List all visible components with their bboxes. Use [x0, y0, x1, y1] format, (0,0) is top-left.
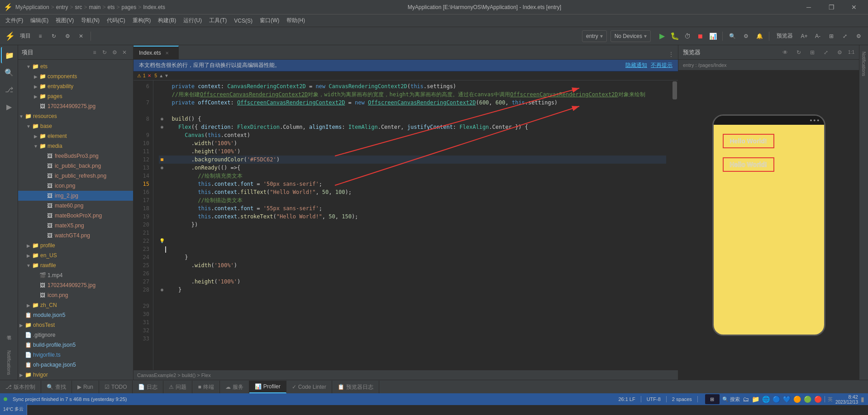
- tree-item-buildprofile[interactable]: ▶ 📋 build-profile.json5: [18, 340, 133, 350]
- up-arrow[interactable]: ▲: [159, 73, 163, 78]
- settings-button[interactable]: ⚙: [62, 30, 73, 42]
- tree-item-pages[interactable]: ▶ 📁 pages: [18, 91, 133, 101]
- show-desktop-button[interactable]: ▮: [861, 396, 864, 403]
- search-everywhere-button[interactable]: 🔍: [726, 30, 738, 42]
- taskbar-icon-6[interactable]: 🟠: [793, 396, 801, 403]
- tree-item-resources[interactable]: ▼ 📁 resources: [18, 111, 133, 121]
- collapse-all-button[interactable]: ≡: [34, 30, 46, 42]
- menu-window[interactable]: 窗口(W): [256, 15, 283, 26]
- taskbar-icon-8[interactable]: 🔴: [814, 396, 822, 403]
- taskbar-icon-4[interactable]: 🔵: [773, 396, 780, 403]
- bottom-tab-todo[interactable]: ☑ TODO: [99, 381, 133, 393]
- taskbar-icon-3[interactable]: 🌐: [762, 396, 770, 403]
- close-button[interactable]: ✕: [844, 0, 864, 14]
- weather-widget[interactable]: 14°C 多云: [0, 403, 27, 415]
- down-arrow[interactable]: ▼: [164, 73, 169, 78]
- sidebar-icon-vcs[interactable]: ⎇: [1, 81, 17, 98]
- status-position[interactable]: 26:1 LF: [616, 396, 637, 403]
- preview-settings-button[interactable]: ⚙: [835, 47, 844, 57]
- bottom-tab-profiler[interactable]: 📊 Profiler: [249, 381, 286, 393]
- menu-code[interactable]: 代码(C): [103, 15, 129, 26]
- preview-refresh-button[interactable]: ↻: [794, 47, 804, 57]
- tree-item-media[interactable]: ▼ 📁 media: [18, 141, 133, 151]
- tree-item-modulejson[interactable]: ▶ 📋 module.json5: [18, 310, 133, 320]
- menu-nav[interactable]: 导航(N): [77, 15, 103, 26]
- breadcrumb-app[interactable]: MyApplication: [15, 4, 49, 10]
- status-encoding[interactable]: UTF-8: [645, 396, 663, 403]
- menu-run[interactable]: 运行(U): [180, 15, 205, 26]
- preview-grid-button[interactable]: ⊞: [807, 47, 817, 57]
- tree-item-en-us[interactable]: ▶ 📁 en_US: [18, 250, 133, 260]
- taskbar-icon-1[interactable]: 🗂: [743, 396, 749, 403]
- tree-item-ets[interactable]: ▼ 📁 ets: [18, 61, 133, 71]
- menu-help[interactable]: 帮助(H): [283, 15, 309, 26]
- tree-item-icon-png2[interactable]: ▶ 🖼 icon.png: [18, 290, 133, 300]
- toolbar-settings[interactable]: ⚙: [853, 30, 864, 42]
- tree-item-watchgt4[interactable]: ▶ 🖼 watchGT4.png: [18, 231, 133, 241]
- sidebar-icon-bookmarks[interactable]: 书签: [1, 318, 17, 345]
- tree-item-element[interactable]: ▶ 📁 element: [18, 131, 133, 141]
- sync-button[interactable]: ↻: [48, 30, 60, 42]
- bottom-tab-log[interactable]: 📄 日志: [133, 381, 163, 393]
- menu-refactor[interactable]: 重构(R): [129, 15, 155, 26]
- font-increase-button[interactable]: A+: [798, 30, 810, 42]
- code-content[interactable]: private context: CanvasRenderingContext2…: [153, 80, 672, 370]
- tree-item-entryability[interactable]: ▶ 📁 entryability: [18, 81, 133, 91]
- tree-sync-button[interactable]: ↻: [100, 47, 110, 57]
- bottom-tab-previewlog[interactable]: 📋 预览器日志: [332, 381, 379, 393]
- tree-item-ohostest[interactable]: ▶ 📁 ohosTest: [18, 320, 133, 330]
- tree-item-base[interactable]: ▼ 📁 base: [18, 121, 133, 131]
- status-indent[interactable]: 2 spaces: [670, 396, 694, 403]
- bottom-tab-services[interactable]: ☁ 服务: [220, 381, 249, 393]
- taskbar-icon-7[interactable]: 🟢: [804, 396, 811, 403]
- minimize-button[interactable]: ─: [798, 0, 819, 14]
- tree-item-components[interactable]: ▶ 📁 components: [18, 71, 133, 81]
- bottom-tab-problems[interactable]: ⚠ 问题: [163, 381, 192, 393]
- tree-item-ohpackage[interactable]: ▶ 📋 oh-package.json5: [18, 360, 133, 370]
- tree-item-matex5[interactable]: ▶ 🖼 mateX5.png: [18, 221, 133, 231]
- scroll-thumb[interactable]: [672, 81, 677, 99]
- tree-item-matebookprox[interactable]: ▶ 🖼 mateBookProX.png: [18, 211, 133, 221]
- tree-item-img1[interactable]: ▶ 🖼 1702344909275.jpg: [18, 280, 133, 290]
- breadcrumb-main[interactable]: main: [89, 4, 100, 10]
- profile-button[interactable]: ⏱: [682, 30, 693, 42]
- taskbar-icon-5[interactable]: 💙: [783, 396, 791, 403]
- tree-item-profile[interactable]: ▶ 📁 profile: [18, 241, 133, 250]
- tree-item-rawfile[interactable]: ▼ 📁 rawfile: [18, 260, 133, 270]
- bottom-tab-run[interactable]: ▶ Run: [72, 381, 99, 393]
- tree-item-img2[interactable]: ▶ 🖼 1702344909275.jpg: [18, 101, 133, 111]
- breadcrumb-entry[interactable]: entry: [56, 4, 68, 10]
- menu-file[interactable]: 文件(F): [2, 15, 27, 26]
- breadcrumb-ets[interactable]: ets: [107, 4, 114, 10]
- font-decrease-button[interactable]: A-: [812, 30, 824, 42]
- layout-button[interactable]: ⊞: [825, 30, 837, 42]
- tree-item-zh-cn[interactable]: ▶ 📁 zh_CN: [18, 300, 133, 310]
- tree-close-button[interactable]: ✕: [119, 47, 129, 57]
- right-sidebar-notifications[interactable]: Notifications: [860, 50, 867, 78]
- tree-item-1mp4[interactable]: ▶ 🎬 1.mp4: [18, 270, 133, 280]
- tree-item-icon-png[interactable]: ▶ 🖼 icon.png: [18, 181, 133, 191]
- sidebar-icon-run[interactable]: ▶: [1, 99, 17, 115]
- bottom-tab-search[interactable]: 🔍 查找: [41, 381, 72, 393]
- tree-settings-button[interactable]: ⚙: [110, 47, 119, 57]
- tree-item-icpublicrefresh[interactable]: ▶ 🖼 ic_public_refresh.png: [18, 171, 133, 181]
- breadcrumb-src[interactable]: src: [75, 4, 82, 10]
- sidebar-icon-search[interactable]: 🔍: [1, 64, 17, 80]
- notifications-button[interactable]: 🔔: [754, 30, 765, 42]
- menu-tools[interactable]: 工具(T): [205, 15, 230, 26]
- dismiss-notification-button[interactable]: 不再提示: [651, 61, 672, 69]
- bottom-tab-terminal[interactable]: ■ 终端: [192, 381, 219, 393]
- tab-more-button[interactable]: ⋮: [666, 49, 676, 59]
- language-indicator[interactable]: 英: [828, 396, 833, 403]
- tree-item-freebuds[interactable]: ▶ 🖼 freeBudsPro3.png: [18, 151, 133, 161]
- run-button[interactable]: ▶: [656, 30, 668, 42]
- close-panel-button[interactable]: ✕: [75, 30, 87, 42]
- menu-view[interactable]: 视图(V): [52, 15, 77, 26]
- tree-item-icpublicback[interactable]: ▶ 🖼 ic_public_back.png: [18, 161, 133, 171]
- menu-vcs[interactable]: VCS(S): [230, 16, 256, 26]
- start-button[interactable]: ⊞: [705, 394, 720, 404]
- stop-button[interactable]: ⏹: [694, 30, 706, 42]
- maximize-button[interactable]: ❐: [821, 0, 842, 14]
- tab-index-ets[interactable]: Index.ets ✕: [134, 46, 179, 59]
- zoom-button[interactable]: ⤢: [839, 30, 851, 42]
